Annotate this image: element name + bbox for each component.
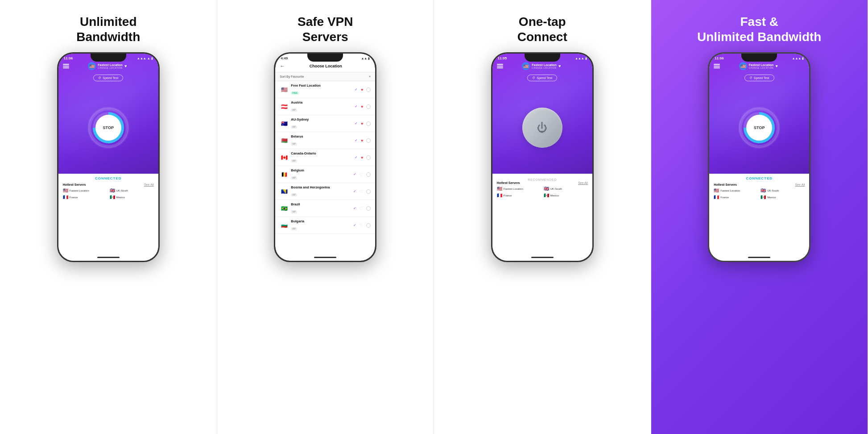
back-arrow-icon[interactable]: ← — [280, 63, 285, 69]
radio-2[interactable] — [366, 121, 371, 126]
flag-mexico-4: 🇲🇽 — [761, 195, 766, 200]
server-uk-4[interactable]: 🇬🇧 UK-South — [761, 188, 805, 193]
server-uk-3[interactable]: 🇬🇧 UK-South — [544, 186, 588, 191]
speed-test-btn-3[interactable]: ⏱ Speed Test — [527, 75, 557, 81]
radio-8[interactable] — [366, 223, 371, 228]
menu-icon[interactable] — [63, 64, 69, 68]
loc-header: ← Choose Location — [275, 60, 375, 72]
check-5: ✓ — [353, 172, 356, 176]
heart-3[interactable]: ♥ — [361, 138, 363, 143]
vpn-bottom-3: RECOMMENDED Hottest Servers See All 🇺🇸 F… — [492, 174, 592, 261]
location-info-4[interactable]: 🇺🇸 Fastest Location CHANGE LOCATION ♥ — [739, 62, 778, 70]
server-france-1[interactable]: 🇫🇷 France — [63, 195, 107, 200]
heart-8[interactable]: ♡ — [360, 223, 363, 228]
country-item-canada[interactable]: 🇨🇦 Canada-Ontario VIP ✓ ♥ — [275, 149, 375, 166]
phone-1: 11:06 ▲▲▲ ▲ ▮ 🇺🇸 — [57, 52, 160, 262]
sort-bar[interactable]: Sort By Favourite ▾ — [275, 72, 375, 81]
check-0: ✓ — [355, 88, 358, 92]
country-name-6: Bosnia and Herzegovina — [291, 185, 351, 189]
radio-7[interactable] — [366, 206, 371, 211]
server-name-mexico-3: Mexico — [550, 194, 559, 197]
country-item-bulgaria[interactable]: 🇧🇬 Bulgaria VIP ✓ ♡ — [275, 217, 375, 234]
badge-0: FREE — [291, 92, 299, 95]
server-uk-1[interactable]: 🇬🇧 UK-South — [110, 188, 154, 193]
radio-6[interactable] — [366, 189, 371, 194]
signal-icon-4: ▲▲▲ — [792, 57, 801, 60]
stop-label-4: STOP — [754, 125, 765, 130]
heart-0[interactable]: ♥ — [361, 88, 363, 92]
country-item-au-sydney[interactable]: 🇦🇺 AU-Sydney VIP ✓ ♥ — [275, 115, 375, 132]
radio-1[interactable] — [366, 104, 371, 109]
loc-name-1: Fastest Location — [98, 63, 123, 67]
loc-name-3: Fastest Location — [532, 63, 557, 67]
heart-icon-3: ♥ — [558, 64, 561, 68]
time-1: 11:06 — [64, 56, 73, 60]
location-info-1[interactable]: 🇺🇸 Fastest Location CHANGE LOCATION ♥ — [88, 62, 127, 70]
server-mexico-3[interactable]: 🇲🇽 Mexico — [544, 193, 588, 198]
heart-4[interactable]: ♥ — [361, 155, 363, 160]
server-fastest-1[interactable]: 🇺🇸 Fastest Location — [63, 188, 107, 193]
check-4: ✓ — [355, 155, 358, 159]
signal-icon-3: ▲▲▲ — [575, 57, 584, 60]
home-bar-2 — [314, 257, 336, 258]
country-item-free-fast[interactable]: 🇺🇸 Free Fast Location FREE ✓ ♥ — [275, 81, 375, 98]
radio-4[interactable] — [366, 155, 371, 160]
menu-icon-3[interactable] — [497, 64, 503, 68]
flag-france-4: 🇫🇷 — [714, 195, 719, 200]
country-name-3: Belarus — [291, 134, 352, 138]
speed-test-btn-4[interactable]: ⏱ Speed Test — [744, 75, 774, 81]
server-name-france-3: France — [504, 194, 512, 197]
connect-ring-1: STOP — [88, 108, 128, 148]
country-item-brazil[interactable]: 🇧🇷 Brazil VIP ✓ ♡ — [275, 200, 375, 217]
country-name-area-8: Bulgaria VIP — [291, 219, 351, 231]
see-all-1[interactable]: See All — [144, 183, 154, 186]
country-name-area-3: Belarus VIP — [291, 134, 352, 146]
sort-label: Sort By Favourite — [280, 75, 304, 78]
connect-inner-1[interactable]: STOP — [93, 112, 124, 143]
badge-3: VIP — [291, 142, 297, 146]
vpn-header-3: 🇺🇸 Fastest Location CHANGE LOCATION ♥ — [492, 60, 592, 72]
flag-uk-1: 🇬🇧 — [110, 188, 115, 193]
location-info-3[interactable]: 🇺🇸 Fastest Location CHANGE LOCATION ♥ — [522, 62, 561, 70]
hottest-title-3: Hottest Servers — [497, 181, 520, 184]
radio-3[interactable] — [366, 138, 371, 143]
connect-button-area-1: STOP — [88, 81, 128, 174]
radio-5[interactable] — [366, 172, 371, 177]
country-item-belarus[interactable]: 🇧🇾 Belarus VIP ✓ ♥ — [275, 132, 375, 149]
speed-test-btn-1[interactable]: ⏱ Speed Test — [93, 75, 123, 81]
heart-5[interactable]: ♡ — [360, 172, 363, 177]
see-all-4[interactable]: See All — [795, 183, 805, 186]
server-name-mexico-1: Mexico — [116, 196, 125, 199]
panel-onetap: One-tap Connect 11:05 ▲▲▲ ▮ — [434, 0, 651, 434]
country-name-8: Bulgaria — [291, 219, 351, 223]
location-text-1: Fastest Location CHANGE LOCATION — [98, 63, 123, 69]
heart-6[interactable]: ♡ — [360, 189, 363, 194]
battery-icon-3: ▮ — [585, 57, 587, 60]
flag-uk-3: 🇬🇧 — [544, 186, 549, 191]
server-france-4[interactable]: 🇫🇷 France — [714, 195, 758, 200]
menu-icon-4[interactable] — [714, 64, 720, 68]
phone-2: 4:49 ▲▲ ▮ ← Choose Location Sort By Favo… — [274, 52, 376, 262]
heart-1[interactable]: ♥ — [361, 104, 363, 109]
phone-screen-2: 4:49 ▲▲ ▮ ← Choose Location Sort By Favo… — [275, 54, 375, 261]
server-mexico-4[interactable]: 🇲🇽 Mexico — [761, 195, 805, 200]
server-fastest-3[interactable]: 🇺🇸 Fastest Location — [497, 186, 541, 191]
server-fastest-4[interactable]: 🇺🇸 Fastest Location — [714, 188, 758, 193]
phone-screen-3: 11:05 ▲▲▲ ▮ 🇺🇸 — [492, 54, 592, 261]
connect-inner-4[interactable]: STOP — [744, 112, 775, 143]
heart-2[interactable]: ♥ — [361, 121, 363, 126]
power-ring-3[interactable]: ⏻ — [522, 108, 562, 148]
server-mexico-1[interactable]: 🇲🇽 Mexico — [110, 195, 154, 200]
speed-test-label-4: Speed Test — [754, 76, 769, 79]
country-name-5: Belgium — [291, 168, 351, 172]
country-item-bosnia[interactable]: 🇧🇦 Bosnia and Herzegovina VIP ✓ ♡ — [275, 183, 375, 200]
heart-7[interactable]: ♡ — [360, 206, 363, 211]
radio-0[interactable] — [366, 88, 371, 92]
hottest-header-3: Hottest Servers See All — [497, 181, 588, 184]
country-item-austria[interactable]: 🇦🇹 Austria VIP ✓ ♥ — [275, 98, 375, 115]
vpn-connected-screen: 11:06 ▲▲▲ ▲ ▮ 🇺🇸 — [58, 54, 158, 261]
see-all-3[interactable]: See All — [578, 181, 588, 184]
country-item-belgium[interactable]: 🇧🇪 Belgium VIP ✓ ♡ — [275, 166, 375, 183]
badge-4: VIP — [291, 159, 297, 163]
server-france-3[interactable]: 🇫🇷 France — [497, 193, 541, 198]
